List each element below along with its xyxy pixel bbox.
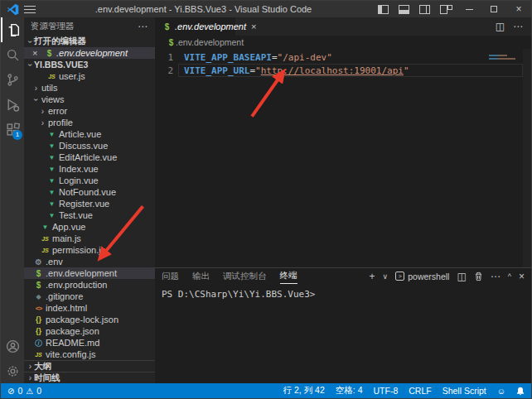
split-editor-icon[interactable]: ◫ — [496, 21, 505, 32]
run-debug-icon[interactable] — [1, 92, 24, 117]
tree-item--env-production[interactable]: $.env.production — [24, 279, 155, 291]
tree-item-package-lock-json[interactable]: {}package-lock.json — [24, 314, 155, 325]
tree-item-app-vue[interactable]: ▼App.vue — [24, 221, 155, 233]
explorer-more-actions-icon[interactable]: ⋯ — [138, 21, 148, 32]
tree-item-package-json[interactable]: {}package.json — [24, 325, 155, 337]
chevron-down-icon: › — [26, 38, 35, 46]
explorer-icon[interactable] — [1, 17, 24, 42]
cursor-position[interactable]: 行 2, 列 42 — [283, 385, 325, 397]
tree-item-label: profile — [48, 118, 73, 127]
tree-item-test-vue[interactable]: ▼Test.vue — [24, 209, 155, 221]
git-file-icon: ◆ — [33, 291, 44, 302]
vue-file-icon: ▼ — [46, 199, 57, 209]
terminal-output[interactable]: PS D:\CSharp\Yi\Yi.BBS.Vue3> — [155, 284, 531, 300]
menu-icon[interactable] — [24, 6, 36, 13]
split-terminal-icon[interactable]: ◫ — [457, 271, 466, 282]
toggle-sidebar-icon[interactable] — [378, 5, 389, 14]
notifications-bell-icon[interactable] — [516, 387, 525, 396]
title-bar: .env.development - Yi.BBS.Vue3 - Visual … — [1, 1, 531, 17]
feedback-smiley-icon[interactable]: ☺ — [497, 387, 505, 396]
shell-file-icon: $ — [33, 268, 44, 279]
code-token: "/api-dev" — [278, 52, 332, 63]
open-editor-label: .env.development — [56, 48, 128, 58]
terminal-dropdown-icon[interactable]: ∨ — [383, 272, 389, 281]
customize-layout-icon[interactable] — [440, 4, 452, 14]
tree-item-label: vite.config.js — [46, 349, 96, 359]
tree-item-login-vue[interactable]: ▼Login.vue — [24, 175, 155, 186]
tree-item-views[interactable]: ›views — [24, 94, 155, 105]
panel-tab-1[interactable]: 问题 — [162, 268, 179, 284]
tree-item--env[interactable]: ⚙.env — [24, 256, 155, 267]
panel-tab-2[interactable]: 输出 — [192, 268, 210, 284]
tree-item-permission-js[interactable]: JSpermission.js — [24, 244, 155, 256]
tree-item-register-vue[interactable]: ▼Register.vue — [24, 198, 155, 209]
maximize-panel-icon[interactable]: ^ — [508, 272, 511, 281]
editor-group: $ .env.development × ◫ ⋯ $ .env.developm… — [155, 17, 531, 383]
breadcrumb[interactable]: $ .env.development — [155, 36, 531, 49]
tree-item-utils[interactable]: ›utils — [24, 82, 155, 94]
indentation[interactable]: 空格: 4 — [336, 385, 363, 397]
search-icon[interactable] — [1, 42, 24, 67]
tree-item-user-js[interactable]: JSuser.js — [24, 70, 155, 82]
timeline-section-header[interactable]: › 时间线 — [24, 372, 155, 383]
encoding[interactable]: UTF-8 — [374, 386, 399, 396]
tree-item-notfound-vue[interactable]: ▼NotFound.vue — [24, 186, 155, 198]
tree-item-main-js[interactable]: JSmain.js — [24, 233, 155, 244]
tree-item-profile[interactable]: ›profile — [24, 117, 155, 128]
code-line-1[interactable]: 1VITE_APP_BASEAPI="/api-dev" — [155, 50, 531, 64]
tree-item-error[interactable]: ›error — [24, 105, 155, 117]
code-editor[interactable]: 1VITE_APP_BASEAPI="/api-dev"2VITE_APP_UR… — [155, 49, 531, 267]
close-button[interactable]: × — [506, 1, 531, 17]
tree-item--env-development[interactable]: $.env.development — [24, 267, 155, 279]
editor-more-actions-icon[interactable]: ⋯ — [513, 21, 523, 32]
close-panel-icon[interactable]: × — [519, 271, 525, 282]
tree-item-article-vue[interactable]: ▼Article.vue — [24, 128, 155, 140]
window-controls: × — [373, 1, 531, 17]
tree-item-index-vue[interactable]: ▼Index.vue — [24, 163, 155, 175]
new-terminal-icon[interactable]: + — [370, 271, 375, 282]
error-icon: ⊘ — [7, 387, 14, 396]
shell-file-icon: $ — [44, 48, 55, 59]
json-file-icon: {} — [33, 326, 44, 337]
tree-item-index-html[interactable]: <>index.html — [24, 302, 155, 314]
kill-terminal-icon[interactable] — [474, 272, 483, 281]
chevron-right-icon: › — [27, 373, 34, 382]
close-editor-icon[interactable]: × — [32, 48, 44, 58]
editor-scrollbar[interactable] — [523, 49, 531, 267]
chevron-down-icon: › — [31, 96, 41, 103]
tree-item-vite-config-js[interactable]: JSvite.config.js — [24, 349, 155, 360]
account-icon[interactable] — [1, 334, 24, 358]
eol[interactable]: CRLF — [409, 386, 431, 396]
tree-item-discuss-vue[interactable]: ▼Discuss.vue — [24, 140, 155, 151]
code-line-2[interactable]: 2VITE_APP_URL="http://localhost:19001/ap… — [155, 64, 531, 77]
outline-section-header[interactable]: › 大纲 — [24, 360, 155, 372]
vue-file-icon: ▼ — [46, 152, 57, 163]
toggle-panel-icon[interactable] — [399, 5, 409, 14]
vscode-logo-icon — [7, 3, 19, 16]
project-section-header[interactable]: › YI.BBS.VUE3 — [24, 59, 155, 70]
sidebar-bottom-sections: › 大纲 › 时间线 — [24, 360, 155, 383]
extensions-icon[interactable]: 1 — [1, 117, 24, 142]
panel-tab-4[interactable]: 终端 — [280, 268, 297, 284]
maximize-button[interactable] — [481, 1, 506, 17]
source-control-icon[interactable] — [1, 67, 24, 92]
tree-item-editarticle-vue[interactable]: ▼EditArticle.vue — [24, 151, 155, 163]
toggle-secondary-sidebar-icon[interactable] — [419, 5, 430, 14]
panel-more-actions-icon[interactable]: ⋯ — [491, 271, 501, 282]
panel-tab-3[interactable]: 调试控制台 — [223, 268, 267, 284]
breadcrumb-file[interactable]: .env.development — [176, 37, 244, 47]
minimize-button[interactable] — [457, 1, 481, 17]
language-mode[interactable]: Shell Script — [443, 386, 486, 396]
chevron-down-icon: › — [26, 61, 35, 69]
problems-status[interactable]: ⊘ 0 ⚠ 0 — [7, 386, 41, 396]
terminal-profile[interactable]: > powershell — [395, 272, 449, 281]
tab-env-development[interactable]: $ .env.development × — [155, 17, 235, 36]
tree-item--gitignore[interactable]: ◆.gitignore — [24, 291, 155, 302]
tree-item-label: .gitignore — [46, 291, 83, 301]
open-editors-header[interactable]: › 打开的编辑器 — [24, 36, 155, 47]
tree-item-readme-md[interactable]: iREADME.md — [24, 337, 155, 349]
url-link[interactable]: http://localhost:19001/api — [261, 65, 404, 76]
minimap[interactable] — [489, 55, 517, 60]
open-editor-item[interactable]: × $ .env.development — [24, 47, 155, 59]
settings-gear-icon[interactable] — [1, 358, 24, 383]
